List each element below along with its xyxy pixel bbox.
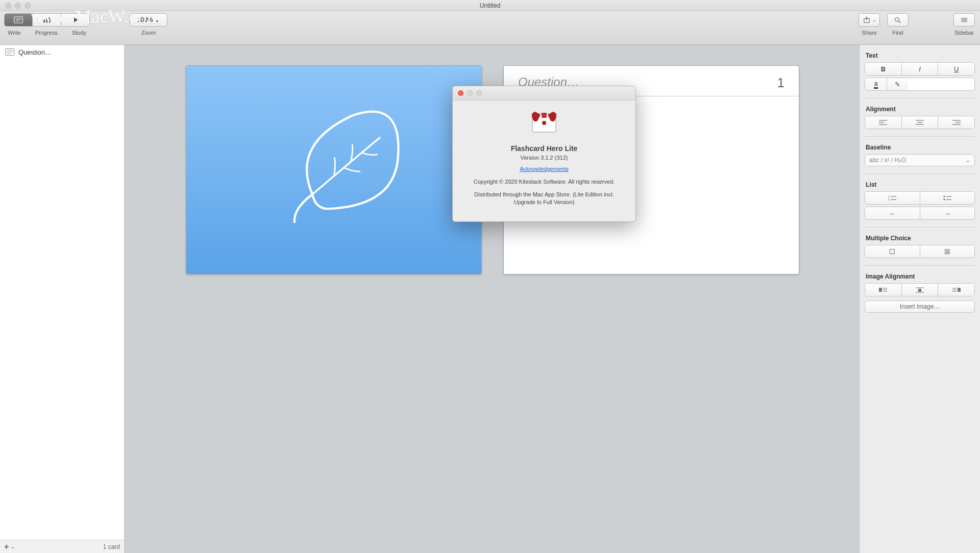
window-titlebar: Untitled [0, 0, 980, 11]
align-right-icon [952, 119, 961, 125]
leaf-icon [273, 102, 416, 244]
find-label: Find [892, 30, 903, 36]
sidebar-label: Sidebar [954, 30, 974, 36]
svg-rect-35 [879, 288, 882, 292]
zoom-window-icon[interactable] [24, 3, 31, 9]
mode-group: Write Progress Study [4, 13, 90, 36]
inspector-panel: Text B I U a ✎ Alignment Baseline abc / … [860, 45, 980, 553]
align-left-button[interactable] [865, 116, 901, 129]
align-center-icon [916, 119, 924, 125]
add-choice-button[interactable]: ☐ [865, 245, 920, 258]
checkbox-empty-icon: ☐ [889, 248, 895, 256]
share-label: Share [862, 30, 876, 36]
img-align-left-button[interactable] [865, 284, 901, 296]
app-icon [526, 108, 562, 138]
list-type-seg: 12 [865, 191, 975, 205]
align-left-icon [879, 119, 887, 125]
text-section-label: Text [866, 52, 975, 59]
arrow-right-icon: → [944, 210, 950, 217]
copyright-text: Copyright © 2020 Kitestack Software. All… [465, 178, 623, 186]
zoom-label: Zoom [141, 30, 156, 36]
zoom-group: 100% ⌄ Zoom [130, 13, 167, 36]
progress-tab[interactable] [33, 13, 61, 27]
card-list-sidebar: Question… + ⌄ 1 card [0, 45, 125, 553]
ordered-list-button[interactable]: 12 [865, 192, 920, 204]
chevron-down-icon[interactable]: ⌄ [11, 544, 15, 549]
italic-button[interactable]: I [901, 63, 938, 75]
list-item-label: Question… [18, 48, 52, 56]
sidebar-button[interactable] [953, 13, 975, 27]
chart-icon [42, 16, 52, 23]
acknowledgements-link[interactable]: Acknowledgements [520, 166, 568, 172]
write-label: Write [8, 30, 20, 36]
indent-seg: ← → [865, 207, 975, 220]
share-group: ⌄ Share [859, 13, 880, 36]
write-tab[interactable] [4, 13, 33, 27]
minimize-icon [467, 90, 473, 96]
study-tab[interactable] [61, 13, 90, 27]
svg-rect-47 [542, 113, 547, 118]
img-align-right-button[interactable] [938, 284, 974, 296]
study-label: Study [72, 30, 86, 36]
ordered-list-icon: 12 [888, 195, 896, 201]
alignment-seg [865, 116, 975, 129]
img-right-icon [952, 287, 961, 293]
share-button[interactable]: ⌄ [859, 13, 880, 27]
remove-choice-button[interactable]: ☒ [920, 245, 975, 258]
svg-text:2: 2 [888, 198, 890, 201]
zoom-value: 100% [137, 16, 153, 23]
find-button[interactable] [887, 13, 909, 27]
mc-seg: ☐ ☒ [865, 245, 975, 258]
bold-button[interactable]: B [865, 63, 901, 75]
sidebar-icon [960, 16, 969, 23]
baseline-section-label: Baseline [866, 144, 975, 151]
svg-point-48 [542, 121, 546, 125]
svg-point-33 [943, 199, 945, 200]
svg-rect-40 [918, 289, 921, 292]
highlight-button[interactable]: ✎ [887, 78, 908, 90]
write-icon [14, 16, 23, 23]
app-name: Flashcard Hero Lite [465, 144, 623, 153]
zoom-select[interactable]: 100% ⌄ [130, 13, 167, 27]
align-right-button[interactable] [938, 116, 974, 129]
img-align-center-button[interactable] [901, 284, 938, 296]
close-window-icon[interactable] [5, 3, 11, 9]
underline-button[interactable]: U [938, 63, 974, 75]
img-center-icon [916, 287, 924, 293]
share-icon [862, 16, 871, 23]
card-count: 1 card [103, 543, 120, 550]
text-color-seg: a ✎ [865, 78, 975, 91]
text-color-button[interactable]: a [865, 78, 887, 90]
insert-image-button[interactable]: Insert Image… [865, 300, 975, 313]
toolbar: www.MacW.com Write Progress Study 100% ⌄… [0, 11, 980, 45]
align-center-button[interactable] [901, 116, 938, 129]
svg-line-10 [899, 21, 901, 22]
font-style-seg: B I U [865, 62, 975, 76]
zoom-icon [476, 90, 482, 96]
card-icon [5, 48, 14, 56]
add-card-button[interactable]: + [4, 542, 9, 551]
bullet-list-button[interactable] [920, 192, 975, 204]
card-list[interactable]: Question… [0, 45, 124, 540]
window-title: Untitled [480, 2, 501, 9]
baseline-select[interactable]: abc / x² / H₂O ⌄ [865, 154, 975, 166]
search-icon [893, 16, 902, 23]
close-icon[interactable] [458, 90, 463, 96]
about-titlebar [453, 86, 635, 100]
svg-point-9 [895, 18, 899, 22]
highlighter-icon: ✎ [895, 81, 900, 88]
checkbox-x-icon: ☒ [944, 248, 950, 256]
svg-rect-4 [43, 20, 45, 22]
chevron-down-icon: ⌄ [155, 16, 160, 23]
indent-button[interactable]: → [920, 207, 975, 219]
img-left-icon [879, 287, 887, 293]
app-version: Version 3.1.2 (312) [465, 155, 623, 161]
baseline-value: abc / x² / H₂O [869, 157, 906, 164]
img-align-section-label: Image Alignment [866, 273, 975, 280]
card-front[interactable] [186, 65, 482, 274]
svg-rect-5 [46, 18, 47, 22]
minimize-window-icon[interactable] [15, 3, 21, 9]
outdent-button[interactable]: ← [865, 207, 920, 219]
list-item[interactable]: Question… [0, 45, 124, 59]
sidebar-group: Sidebar [953, 13, 975, 36]
